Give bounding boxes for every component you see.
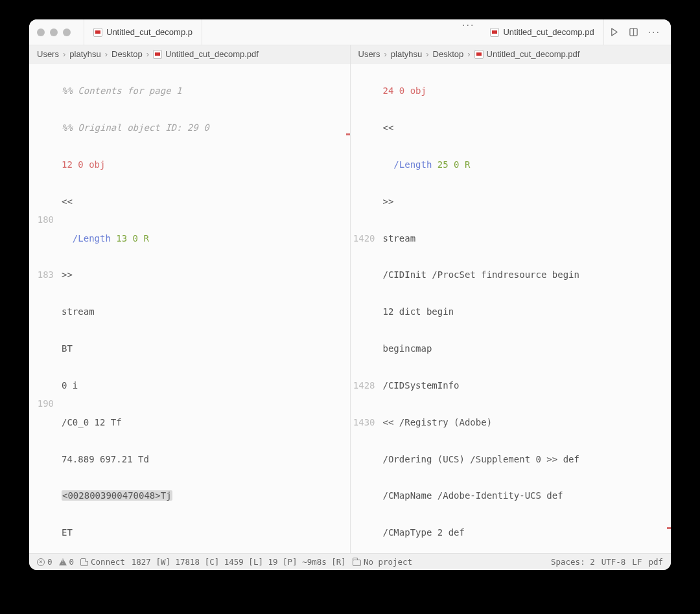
status-lang[interactable]: pdf [648, 557, 663, 567]
pdf-file-icon [474, 50, 484, 59]
status-warnings[interactable]: 0 [59, 557, 75, 567]
code-line: 12 dict begin [383, 306, 454, 317]
chevron-right-icon: › [426, 49, 428, 59]
code-line: 74.889 697.21 Td [62, 454, 149, 464]
status-errors[interactable]: ×0 [37, 557, 52, 567]
line-number: 180 [29, 210, 54, 229]
line-number: 1420 [351, 229, 375, 247]
status-eol[interactable]: LF [632, 557, 642, 567]
code-line: << [383, 122, 394, 133]
editor-window: Untitled_cut_decomp.p ··· Untitled_cut_d… [29, 19, 671, 570]
code-right[interactable]: 24 0 obj << /Length 25 0 R >> stream /CI… [380, 63, 671, 553]
code-line: << [62, 196, 73, 207]
tab-left[interactable]: Untitled_cut_decomp.p [84, 19, 202, 45]
split-icon[interactable] [629, 27, 639, 38]
breadcrumb-right[interactable]: Users› platyhsu› Desktop› Untitled_cut_d… [351, 45, 671, 63]
status-bar: ×0 0 Connect 1827 [W] 17818 [C] 1459 [L]… [29, 553, 671, 570]
status-connect[interactable]: Connect [80, 557, 125, 567]
pdf-file-icon [153, 50, 162, 59]
status-spaces[interactable]: Spaces: 2 [551, 557, 595, 567]
code-line: 12 0 obj [62, 159, 105, 170]
crumb-file: Untitled_cut_decomp.pdf [474, 49, 580, 59]
code-token: 13 0 R [116, 233, 149, 244]
code-token: /Length [73, 233, 111, 244]
titlebar-actions: ··· [609, 27, 663, 38]
line-number: 183 [29, 266, 54, 284]
window-controls [37, 28, 71, 36]
pdf-file-icon [93, 28, 102, 37]
code-token: /Length [393, 159, 432, 170]
editor-pane-right[interactable]: 1420 1428 1430 24 0 obj << /Length 25 0 … [350, 63, 671, 553]
chevron-right-icon: › [105, 49, 108, 59]
crumb-seg: Users [358, 49, 380, 59]
crumb-seg: platyhsu [391, 49, 422, 59]
code-line: >> [62, 269, 73, 280]
code-line: >> [383, 196, 394, 207]
titlebar: Untitled_cut_decomp.p ··· Untitled_cut_d… [29, 19, 671, 45]
editor-pane-left[interactable]: 180 183 190 %% Contents for page 1 %% Or… [29, 63, 350, 553]
code-line: << /Registry (Adobe) [383, 417, 493, 427]
crumb-seg: platyhsu [69, 49, 100, 59]
code-line: /CIDInit /ProcSet findresource begin [383, 269, 579, 280]
code-line: /C0_0 12 Tf [62, 417, 122, 427]
gutter-left: 180 183 190 [29, 63, 59, 553]
close-light[interactable] [37, 28, 45, 36]
tab-overflow-icon[interactable]: ··· [456, 19, 481, 45]
tab-spacer [202, 19, 456, 45]
status-metrics[interactable]: 1827 [W] 17818 [C] 1459 [L] 19 [P] ~9m8s… [132, 557, 346, 567]
crumb-file: Untitled_cut_decomp.pdf [153, 49, 259, 59]
code-line: /Ordering (UCS) /Supplement 0 >> def [383, 454, 579, 464]
tab-right-label: Untitled_cut_decomp.pd [503, 27, 594, 37]
code-line: /CIDSystemInfo [383, 380, 460, 391]
code-line: stream [383, 233, 416, 244]
minimap-mark [667, 527, 671, 529]
code-line: ET [62, 527, 73, 538]
chevron-right-icon: › [467, 49, 470, 59]
breadcrumb-bar: Users› platyhsu› Desktop› Untitled_cut_d… [29, 45, 671, 63]
code-line: /CMapType 2 def [383, 527, 465, 538]
crumb-seg: Users [37, 49, 59, 59]
code-line: 24 0 obj [383, 85, 426, 96]
crumb-seg: Desktop [433, 49, 464, 59]
code-line: BT [62, 343, 73, 354]
code-line: /CMapName /Adobe-Identity-UCS def [383, 490, 563, 501]
chevron-right-icon: › [63, 49, 65, 59]
more-icon[interactable]: ··· [648, 27, 660, 38]
line-number: 1428 [351, 376, 375, 394]
pdf-file-icon [490, 28, 499, 37]
error-icon: × [37, 558, 45, 566]
chevron-right-icon: › [146, 49, 149, 59]
tab-left-label: Untitled_cut_decomp.p [106, 27, 192, 37]
status-encoding[interactable]: UTF-8 [601, 557, 626, 567]
minimize-light[interactable] [50, 28, 58, 36]
folder-icon [353, 560, 361, 566]
line-number: 190 [29, 394, 54, 413]
code-line: 0 i [62, 380, 78, 391]
tab-right[interactable]: Untitled_cut_decomp.pd [481, 19, 603, 45]
run-icon[interactable] [609, 27, 620, 38]
code-line-highlight: <0028003900470048>Tj [62, 490, 172, 501]
status-project[interactable]: No project [353, 557, 412, 567]
code-token: 25 0 R [438, 159, 471, 170]
zoom-light[interactable] [63, 28, 71, 36]
line-number: 1430 [351, 413, 375, 431]
code-line: %% Original object ID: 29 0 [62, 122, 209, 133]
code-line: stream [62, 306, 95, 317]
breadcrumb-left[interactable]: Users› platyhsu› Desktop› Untitled_cut_d… [29, 45, 351, 63]
tabs: Untitled_cut_decomp.p ··· Untitled_cut_d… [76, 19, 604, 45]
chevron-right-icon: › [384, 49, 386, 59]
disk-icon [80, 558, 88, 566]
editor-split: 180 183 190 %% Contents for page 1 %% Or… [29, 63, 671, 553]
crumb-seg: Desktop [111, 49, 143, 59]
gutter-right: 1420 1428 1430 [351, 63, 380, 553]
code-line: %% Contents for page 1 [62, 85, 181, 96]
code-line: begincmap [383, 343, 432, 354]
code-left[interactable]: %% Contents for page 1 %% Original objec… [59, 63, 350, 553]
warning-icon [59, 558, 67, 565]
